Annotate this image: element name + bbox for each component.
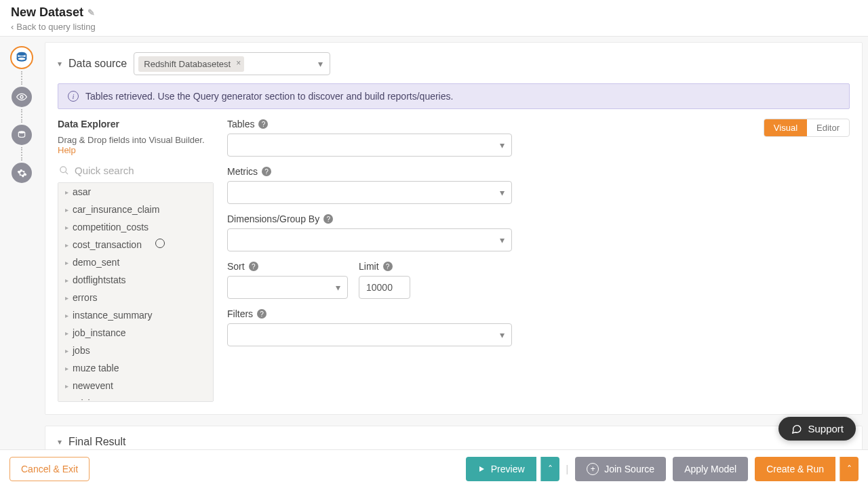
datasource-chip-label: Redshift Databasetest xyxy=(144,59,231,69)
query-builder: Tables? ▾ Metrics? ▾ Dimensions/Group By… xyxy=(227,119,512,356)
info-banner: i Tables retrieved. Use the Query genera… xyxy=(58,83,850,109)
help-icon[interactable]: ? xyxy=(262,167,271,176)
metrics-input[interactable]: ▾ xyxy=(227,181,512,204)
info-icon: i xyxy=(68,91,79,102)
help-icon[interactable]: ? xyxy=(323,214,333,224)
table-item[interactable]: ▸asar xyxy=(58,183,213,201)
chevron-down-icon[interactable]: ▾ xyxy=(58,437,62,447)
explorer-title: Data Explorer xyxy=(58,119,214,129)
chat-icon xyxy=(791,423,802,434)
dimensions-input[interactable]: ▾ xyxy=(227,228,512,251)
info-banner-text: Tables retrieved. Use the Query generato… xyxy=(85,91,453,102)
chevron-right-icon: ▸ xyxy=(65,400,68,403)
chevron-down-icon[interactable]: ▾ xyxy=(58,59,62,68)
chevron-right-icon: ▸ xyxy=(65,329,68,337)
preview-button[interactable]: Preview xyxy=(466,457,536,481)
table-item[interactable]: ▸muze table xyxy=(58,359,213,377)
chevron-right-icon: ▸ xyxy=(65,241,68,249)
view-toggle: Visual Editor xyxy=(764,119,850,137)
create-run-caret[interactable]: ˄ xyxy=(840,457,859,481)
section-title-final: Final Result xyxy=(68,436,125,448)
table-item[interactable]: ▸newevent xyxy=(58,377,213,394)
table-item[interactable]: ▸errors xyxy=(58,289,213,306)
quicksearch[interactable]: Quick search xyxy=(58,162,214,182)
toggle-editor[interactable]: Editor xyxy=(807,119,849,136)
step-preview[interactable] xyxy=(12,87,32,107)
chevron-down-icon: ▾ xyxy=(500,235,505,245)
svg-point-2 xyxy=(20,96,23,98)
page-title: New Dataset ✎ xyxy=(11,5,857,20)
close-icon[interactable]: × xyxy=(236,58,241,68)
table-item[interactable]: ▸cost_transaction xyxy=(58,236,213,253)
explorer-hint: Drag & Drop fields into Visual Builder. … xyxy=(58,135,214,155)
preview-caret[interactable]: ˄ xyxy=(540,457,559,481)
join-source-button[interactable]: + Join Source xyxy=(575,457,666,481)
datasource-select[interactable]: Redshift Databasetest × ▾ xyxy=(134,52,330,75)
table-item[interactable]: ▸job_instance xyxy=(58,324,213,342)
apply-model-button[interactable]: Apply Model xyxy=(673,457,748,481)
table-item[interactable]: ▸instance_summary xyxy=(58,306,213,324)
back-link-label: Back to query listing xyxy=(16,22,95,32)
chevron-right-icon: ▸ xyxy=(65,277,68,284)
chevron-right-icon: ▸ xyxy=(65,188,68,196)
datasource-chip: Redshift Databasetest × xyxy=(138,56,244,72)
help-icon[interactable]: ? xyxy=(258,119,268,129)
search-icon xyxy=(59,165,69,176)
chevron-right-icon: ▸ xyxy=(65,294,68,302)
metrics-label: Metrics xyxy=(227,166,258,177)
svg-point-3 xyxy=(18,131,24,134)
limit-label: Limit xyxy=(359,261,379,272)
help-link[interactable]: Help xyxy=(58,145,76,155)
help-icon[interactable]: ? xyxy=(383,262,393,271)
chevron-right-icon: ▸ xyxy=(65,224,68,231)
step-datasource[interactable] xyxy=(10,46,33,69)
chevron-right-icon: ▸ xyxy=(65,206,68,214)
page-title-text: New Dataset xyxy=(11,5,83,20)
data-explorer: Data Explorer Drag & Drop fields into Vi… xyxy=(58,119,214,402)
dimensions-label: Dimensions/Group By xyxy=(227,214,319,224)
filters-label: Filters xyxy=(227,308,253,319)
table-tree[interactable]: ▸asar▸car_insurance_claim▸competition_co… xyxy=(58,182,214,402)
svg-line-5 xyxy=(65,171,68,174)
cancel-button[interactable]: Cancel & Exit xyxy=(9,457,90,481)
table-item[interactable]: ▸car_insurance_claim xyxy=(58,201,213,218)
sort-input[interactable]: ▾ xyxy=(227,276,348,299)
tables-label: Tables xyxy=(227,119,254,129)
tables-input[interactable]: ▾ xyxy=(227,134,512,157)
chevron-down-icon: ▾ xyxy=(500,329,505,340)
footer-bar: Cancel & Exit Preview ˄ | + Join Source … xyxy=(0,449,868,488)
chevron-down-icon: ▾ xyxy=(336,282,340,293)
chevron-right-icon: ▸ xyxy=(65,382,68,390)
step-settings[interactable] xyxy=(12,163,32,183)
panel-datasource: ▾ Data source Redshift Databasetest × ▾ … xyxy=(45,42,863,415)
chevron-down-icon: ▾ xyxy=(318,58,323,69)
chevron-right-icon: ▸ xyxy=(65,259,68,266)
table-item[interactable]: ▸jobs xyxy=(58,342,213,359)
svg-point-0 xyxy=(18,52,26,56)
toggle-visual[interactable]: Visual xyxy=(764,119,807,136)
svg-point-4 xyxy=(60,167,66,173)
filters-input[interactable]: ▾ xyxy=(227,323,512,346)
svg-point-1 xyxy=(18,57,26,61)
chevron-right-icon: ▸ xyxy=(65,347,68,354)
back-link[interactable]: ‹ Back to query listing xyxy=(11,22,96,32)
play-icon xyxy=(477,465,486,473)
section-title-datasource: Data source xyxy=(68,58,127,70)
step-model[interactable] xyxy=(12,125,32,145)
table-item[interactable]: ▸demo_sent xyxy=(58,253,213,271)
help-icon[interactable]: ? xyxy=(257,309,267,319)
quicksearch-placeholder: Quick search xyxy=(75,165,134,176)
table-item[interactable]: ▸competition_costs xyxy=(58,218,213,236)
step-rail xyxy=(5,42,38,434)
limit-input[interactable] xyxy=(359,276,410,299)
create-run-button[interactable]: Create & Run xyxy=(755,457,835,481)
help-icon[interactable]: ? xyxy=(249,262,258,271)
chevron-down-icon: ▾ xyxy=(500,140,505,150)
support-label: Support xyxy=(808,423,844,434)
support-button[interactable]: Support xyxy=(778,417,856,441)
plus-icon: + xyxy=(587,463,599,475)
chevron-left-icon: ‹ xyxy=(11,22,14,32)
table-item[interactable]: ▸pricing xyxy=(58,394,213,402)
edit-icon[interactable]: ✎ xyxy=(87,7,95,18)
table-item[interactable]: ▸dotflightstats xyxy=(58,271,213,289)
